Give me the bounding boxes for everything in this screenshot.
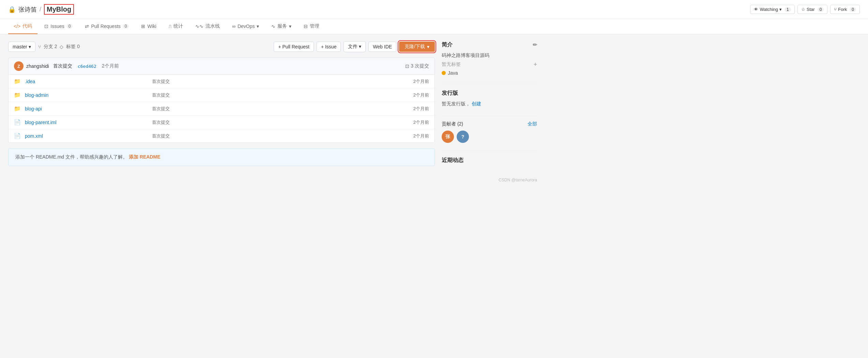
file-doc-icon: 📄 xyxy=(14,119,21,125)
watch-count: 1 xyxy=(785,7,791,12)
new-pull-request-button[interactable]: + Pull Request xyxy=(274,42,314,52)
intro-title: 简介 ✏ xyxy=(442,41,537,48)
nav-devops[interactable]: ∞ DevOps ▾ xyxy=(227,19,265,34)
file-name[interactable]: blog-admin xyxy=(25,92,148,98)
file-commit: 首次提交 xyxy=(152,119,398,125)
nav-manage-label: 管理 xyxy=(310,23,319,29)
nav-stats-label: 统计 xyxy=(173,23,183,29)
left-panel: master ▾ ⑂ 分支 2 ◇ 标签 0 + Pull Request + … xyxy=(8,41,435,182)
header-left: 🔒 张诗笛 / MyBlog xyxy=(8,4,74,15)
edit-intro-icon[interactable]: ✏ xyxy=(533,42,537,48)
contributors-avatars: 张 ? xyxy=(442,131,537,143)
devops-icon: ∞ xyxy=(232,24,235,29)
toolbar-right: + Pull Request + Issue 文件 ▾ Web IDE 克隆/下… xyxy=(274,41,435,52)
star-button[interactable]: ☆ Star 0 xyxy=(797,5,828,14)
watch-button[interactable]: 👁 Watching ▾ 1 xyxy=(750,5,794,14)
intro-section: 简介 ✏ 码神之路博客项目源码 暂无标签 + Java xyxy=(442,41,537,76)
contributors-title: 贡献者 (2) xyxy=(442,121,463,127)
nav-manage[interactable]: ⊟ 管理 xyxy=(298,19,325,34)
nav-code[interactable]: </> 代码 xyxy=(8,19,37,34)
star-count: 0 xyxy=(818,7,824,12)
file-list: 📁 .idea 首次提交 2个月前 📁 blog-admin 首次提交 2个月前… xyxy=(8,74,435,143)
file-commit: 首次提交 xyxy=(152,92,398,98)
clone-button[interactable]: 克隆/下载 ▾ xyxy=(399,42,435,52)
file-commit: 首次提交 xyxy=(152,106,398,112)
manage-icon: ⊟ xyxy=(304,24,308,29)
commit-hash[interactable]: c6ed462 xyxy=(78,64,96,69)
star-icon: ☆ xyxy=(801,7,805,12)
pr-badge: 0 xyxy=(123,24,129,29)
tag-list: 暂无标签 + xyxy=(442,61,537,68)
new-issue-button[interactable]: + Issue xyxy=(317,42,341,52)
pr-icon: ⇄ xyxy=(85,24,89,29)
nav-devops-label: DevOps xyxy=(238,24,255,29)
create-release-link[interactable]: 创建 xyxy=(472,101,481,106)
all-contributors-link[interactable]: 全部 xyxy=(528,121,537,127)
repo-name[interactable]: MyBlog xyxy=(44,4,74,15)
footer-text: CSDN @tarneAurora xyxy=(442,178,537,182)
release-text: 暂无发行版， 创建 xyxy=(442,101,537,107)
file-row: 📁 blog-admin 首次提交 2个月前 xyxy=(9,88,435,102)
nav-pull-requests[interactable]: ⇄ Pull Requests 0 xyxy=(79,19,134,34)
file-doc-icon: 📄 xyxy=(14,133,21,139)
commit-count[interactable]: ⊡ 3 次提交 xyxy=(405,63,429,69)
header-right: 👁 Watching ▾ 1 ☆ Star 0 ⑂ Fork 0 xyxy=(750,5,860,14)
eye-icon: 👁 xyxy=(754,7,758,12)
add-tag-button[interactable]: + xyxy=(533,61,537,68)
wiki-icon: ⊞ xyxy=(141,24,145,29)
folder-icon: 📁 xyxy=(14,78,21,85)
branch-selector[interactable]: master ▾ xyxy=(8,42,35,52)
folder-icon: 📁 xyxy=(14,92,21,98)
file-name[interactable]: blog-api xyxy=(25,106,148,111)
commit-author-avatar: Z xyxy=(14,61,24,71)
file-row: 📁 .idea 首次提交 2个月前 xyxy=(9,75,435,88)
intro-text: 码神之路博客项目源码 xyxy=(442,53,537,59)
watch-dropdown-icon: ▾ xyxy=(779,7,782,12)
release-section: 发行版 暂无发行版， 创建 xyxy=(442,90,537,107)
file-button[interactable]: 文件 ▾ xyxy=(344,41,366,52)
commits-icon: ⊡ xyxy=(405,63,409,69)
contributor-avatar[interactable]: 张 xyxy=(442,131,454,143)
commit-info-bar: Z zhangshidi 首次提交 c6ed462 2个月前 ⊡ 3 次提交 xyxy=(8,58,435,74)
readme-notice: 添加一个 README.md 文件，帮助感兴趣的人了解。 添加 README xyxy=(8,148,435,166)
branch-info: ⑂ 分支 2 ◇ 标签 0 xyxy=(38,44,80,50)
file-name[interactable]: pom.xml xyxy=(25,133,148,139)
contributors-section: 贡献者 (2) 全部 张 ? xyxy=(442,121,537,143)
main-content: master ▾ ⑂ 分支 2 ◇ 标签 0 + Pull Request + … xyxy=(0,34,545,189)
contributors-count: (2) xyxy=(457,121,463,126)
nav-issues-label: Issues xyxy=(50,24,64,29)
nav-services-label: 服务 xyxy=(277,23,287,29)
file-commit: 首次提交 xyxy=(152,78,398,85)
language-dot xyxy=(442,71,446,75)
nav-stats[interactable]: ⎍ 统计 xyxy=(163,19,188,34)
file-row: 📄 blog-parent.iml 首次提交 2个月前 xyxy=(9,116,435,129)
fork-button[interactable]: ⑂ Fork 0 xyxy=(830,5,860,14)
file-commit: 首次提交 xyxy=(152,133,398,139)
issues-icon: ⊡ xyxy=(44,24,48,29)
devops-dropdown-icon: ▾ xyxy=(257,24,259,29)
file-time: 2个月前 xyxy=(402,78,429,85)
nav-services[interactable]: ∿ 服务 ▾ xyxy=(266,19,297,34)
file-time: 2个月前 xyxy=(402,119,429,125)
tags-label: 标签 0 xyxy=(66,44,80,50)
contributor-avatar[interactable]: ? xyxy=(457,131,469,143)
file-name[interactable]: blog-parent.iml xyxy=(25,120,148,125)
nav-pipeline-label: 流水线 xyxy=(205,23,220,29)
new-issue-label: + Issue xyxy=(321,44,337,49)
file-name[interactable]: .idea xyxy=(25,79,148,84)
nav: </> 代码 ⊡ Issues 0 ⇄ Pull Requests 0 ⊞ Wi… xyxy=(0,19,868,34)
nav-wiki[interactable]: ⊞ Wiki xyxy=(136,19,162,34)
commit-author[interactable]: zhangshidi xyxy=(26,63,49,69)
file-time: 2个月前 xyxy=(402,133,429,139)
lock-icon: 🔒 xyxy=(8,6,16,13)
language-label: Java xyxy=(448,70,458,76)
add-readme-link[interactable]: 添加 README xyxy=(129,154,161,160)
pipeline-icon: ∿∿ xyxy=(195,24,203,29)
nav-pipeline[interactable]: ∿∿ 流水线 xyxy=(190,19,225,34)
divider xyxy=(442,115,537,116)
nav-pr-label: Pull Requests xyxy=(91,24,120,29)
webide-button[interactable]: Web IDE xyxy=(368,42,396,52)
star-label: Star xyxy=(807,7,815,12)
branches-label: 分支 2 xyxy=(44,44,57,50)
nav-issues[interactable]: ⊡ Issues 0 xyxy=(39,19,78,34)
